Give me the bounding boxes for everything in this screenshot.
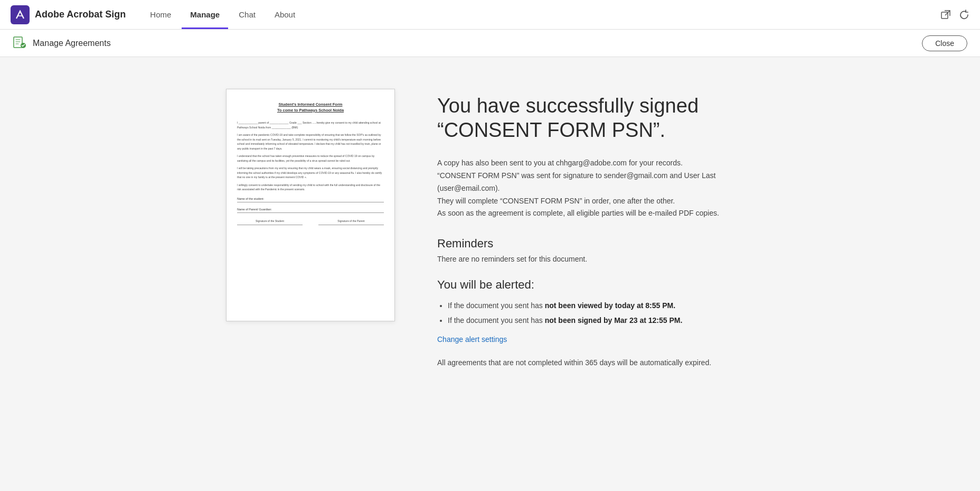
doc-parent-line bbox=[237, 212, 384, 213]
doc-signature-row: Signature of the Student Signature of th… bbox=[237, 219, 384, 225]
success-heading: You have successfully signed “CONSENT FO… bbox=[437, 94, 754, 142]
reminders-heading: Reminders bbox=[437, 237, 754, 251]
doc-sig-parent-line bbox=[318, 225, 384, 225]
logo-icon bbox=[11, 5, 30, 24]
change-alert-settings-link[interactable]: Change alert settings bbox=[437, 335, 754, 344]
external-link-icon[interactable] bbox=[941, 10, 950, 20]
doc-paragraph-5: I willingly consent to undertake respons… bbox=[237, 183, 384, 192]
reminders-text: There are no reminders set for this docu… bbox=[437, 255, 754, 263]
doc-paragraph-4: I will be taking precautions from my end… bbox=[237, 166, 384, 180]
doc-student-line bbox=[237, 202, 384, 202]
doc-title-line1: Student's Informed Consent Form bbox=[237, 102, 384, 108]
top-navigation: Adobe Acrobat Sign Home Manage Chat Abou… bbox=[0, 0, 980, 30]
manage-agreements-icon bbox=[13, 35, 26, 52]
refresh-icon[interactable] bbox=[959, 10, 969, 20]
doc-sig-student-label: Signature of the Student bbox=[237, 219, 303, 223]
success-body-line-4: As soon as the agreement is complete, al… bbox=[437, 207, 754, 220]
nav-right-icons bbox=[941, 10, 969, 20]
success-body-line-2: “CONSENT FORM PSN” was sent for signatur… bbox=[437, 170, 754, 195]
document-preview: Student's Informed Consent Form To come … bbox=[226, 89, 395, 321]
doc-paragraph-1: I _____________ parent of _____________ … bbox=[237, 121, 384, 129]
alerts-list: If the document you sent has not been vi… bbox=[437, 298, 754, 328]
nav-about[interactable]: About bbox=[266, 0, 304, 29]
info-panel: You have successfully signed “CONSENT FO… bbox=[437, 89, 754, 367]
doc-parent-label: Name of Parent/ Guardian: bbox=[237, 208, 384, 211]
sub-navigation: Manage Agreements Close bbox=[0, 30, 980, 57]
nav-home[interactable]: Home bbox=[142, 0, 180, 29]
sub-nav-left: Manage Agreements bbox=[13, 35, 111, 52]
app-name: Adobe Acrobat Sign bbox=[35, 9, 126, 20]
doc-student-label: Name of the student: bbox=[237, 197, 384, 200]
nav-chat[interactable]: Chat bbox=[230, 0, 264, 29]
app-logo: Adobe Acrobat Sign bbox=[11, 5, 126, 24]
doc-sig-parent-label: Signature of the Parent bbox=[318, 219, 384, 223]
doc-sig-student-line bbox=[237, 225, 303, 225]
alerts-heading: You will be alerted: bbox=[437, 278, 754, 292]
doc-sig-parent: Signature of the Parent bbox=[318, 219, 384, 225]
doc-paragraph-3: I understand that the school has taken e… bbox=[237, 154, 384, 163]
nav-links: Home Manage Chat About bbox=[142, 0, 304, 29]
doc-title-block: Student's Informed Consent Form To come … bbox=[237, 102, 384, 113]
success-heading-text: You have successfully signed “CONSENT FO… bbox=[437, 95, 699, 141]
doc-paragraph-2: I am aware of the pandemic COVID-19 and … bbox=[237, 133, 384, 151]
main-content: Student's Informed Consent Form To come … bbox=[0, 57, 980, 491]
alert-item-1: If the document you sent has not been vi… bbox=[448, 298, 754, 313]
success-body-line-1: A copy has also been sent to you at chhg… bbox=[437, 157, 754, 170]
nav-manage[interactable]: Manage bbox=[182, 0, 228, 29]
close-button[interactable]: Close bbox=[922, 35, 967, 51]
expire-text: All agreements that are not completed wi… bbox=[437, 358, 754, 367]
sub-nav-title: Manage Agreements bbox=[33, 39, 111, 48]
success-body: A copy has also been sent to you at chhg… bbox=[437, 157, 754, 220]
doc-sig-student: Signature of the Student bbox=[237, 219, 303, 225]
success-body-line-3: They will complete “CONSENT FORM PSN” in… bbox=[437, 195, 754, 208]
alert-item-2: If the document you sent has not been si… bbox=[448, 313, 754, 328]
doc-title-line2: To come to Pathways School Noida bbox=[237, 108, 384, 114]
